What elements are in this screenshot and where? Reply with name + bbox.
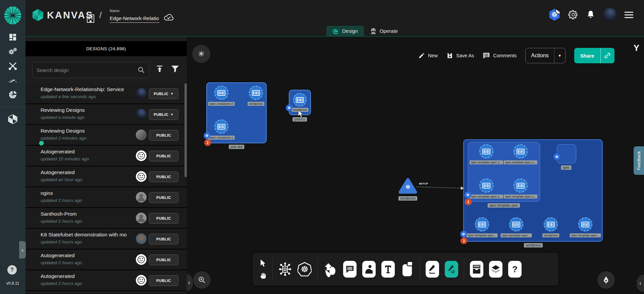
visibility-badge[interactable]: PUBLIC bbox=[149, 254, 178, 265]
kubernetes-components-tool[interactable]: ☸ bbox=[298, 262, 312, 277]
design-item-name: Autogenerated bbox=[41, 252, 135, 259]
user-avatar[interactable] bbox=[603, 8, 616, 21]
text-tool[interactable] bbox=[381, 261, 395, 278]
template-k8s-badge[interactable]: ☸ bbox=[465, 192, 471, 198]
container-node-spec-containers-0[interactable] bbox=[214, 86, 228, 100]
hamburger-menu-icon[interactable] bbox=[625, 10, 633, 20]
design-list-item[interactable]: Reviewing Designs updated a minute ago P… bbox=[25, 104, 187, 125]
settings-gear-icon[interactable] bbox=[568, 10, 578, 20]
spec-box[interactable] bbox=[557, 144, 576, 163]
save-as-button[interactable]: Save As bbox=[446, 52, 474, 59]
design-canvas[interactable]: ✳ New Save As Comments Actions ▼ Share bbox=[187, 37, 644, 294]
visibility-badge[interactable]: PUBLIC bbox=[149, 213, 178, 224]
design-list-item[interactable]: nginx updated 2 hours ago PUBLIC bbox=[25, 187, 187, 208]
design-name-label: Name bbox=[110, 9, 119, 13]
design-list-item-partial[interactable] bbox=[25, 291, 187, 294]
design-owner-avatar bbox=[136, 109, 147, 120]
visibility-badge[interactable]: PUBLIC bbox=[149, 234, 178, 244]
organization-icon[interactable] bbox=[86, 13, 95, 23]
visibility-badge[interactable]: PUBLIC bbox=[149, 275, 178, 286]
sidebar-extensions-icon[interactable] bbox=[6, 91, 19, 98]
sidebar-dashboard-icon[interactable] bbox=[6, 33, 19, 41]
pod-rcc-k8s-badge[interactable]: ☸ bbox=[286, 104, 292, 111]
design-list-item[interactable]: Edge-Network-Relationship: Service updat… bbox=[25, 83, 187, 104]
deployment-pod-node-2[interactable] bbox=[509, 217, 523, 231]
note-tool[interactable] bbox=[400, 261, 414, 278]
deployment-pod-node-4[interactable] bbox=[578, 217, 592, 231]
visibility-badge[interactable]: PUBLIC bbox=[149, 151, 178, 161]
kubernetes-context-icon[interactable]: ☸ 1 bbox=[549, 9, 560, 21]
design-list-item[interactable]: Autogenerated updated 2 hours ago PUBLIC bbox=[25, 270, 187, 291]
template-container-node-2[interactable] bbox=[514, 144, 528, 158]
sidebar-performance-icon[interactable] bbox=[6, 77, 19, 84]
design-list-item[interactable]: K8 Statefulset demonstration with mo upd… bbox=[25, 229, 187, 249]
visibility-badge[interactable]: PUBLIC bbox=[149, 192, 178, 203]
design-list-item[interactable]: Autogenerated updated an hour ago PUBLIC bbox=[25, 166, 187, 187]
sidebar-lifecycle-gears-icon[interactable] bbox=[6, 48, 19, 55]
sidebar-configuration-tools-icon[interactable] bbox=[6, 62, 19, 70]
sidebar-kanvas-hexagon-icon[interactable] bbox=[6, 116, 19, 123]
shortcuts-y-icon[interactable]: Y bbox=[634, 43, 639, 53]
actions-button[interactable]: Actions bbox=[526, 48, 554, 63]
template-spec-container[interactable] bbox=[468, 142, 540, 202]
comment-tool[interactable] bbox=[343, 261, 357, 278]
tab-design[interactable]: Design bbox=[326, 26, 364, 36]
spec-k8s-badge[interactable]: ☸ bbox=[553, 153, 560, 160]
search-icon[interactable] bbox=[138, 66, 149, 74]
help-button[interactable]: ? bbox=[7, 265, 17, 275]
visibility-badge[interactable]: PUBLIC bbox=[149, 171, 178, 182]
feedback-tab[interactable]: Feedback bbox=[634, 146, 644, 175]
visibility-badge[interactable]: PUBLIC▼ bbox=[149, 109, 178, 120]
layers-tool[interactable] bbox=[489, 261, 502, 278]
pan-hand-tool[interactable] bbox=[259, 272, 267, 279]
copy-link-button[interactable] bbox=[600, 48, 614, 63]
brand[interactable]: KANVAS bbox=[32, 9, 93, 21]
deployment-k8s-badge[interactable]: ☸ bbox=[460, 231, 467, 237]
doodle-tool-active[interactable] bbox=[445, 261, 458, 278]
template-container-node-4[interactable] bbox=[514, 178, 528, 193]
pen-tool[interactable] bbox=[426, 261, 439, 278]
drawer-tool[interactable] bbox=[470, 261, 483, 278]
design-list-item[interactable]: Santhosh-Prom updated 2 hours ago PUBLIC bbox=[25, 208, 187, 229]
deployment-pod-node-1[interactable] bbox=[475, 217, 489, 231]
container-node-wordpress-rcc[interactable] bbox=[293, 93, 307, 106]
share-button[interactable]: Share bbox=[574, 48, 600, 63]
deployment-error-badge[interactable]: 3 bbox=[461, 237, 467, 244]
template-container-node-1[interactable] bbox=[479, 144, 493, 158]
pod-skd-k8s-badge[interactable]: ☸ bbox=[204, 132, 210, 139]
node-label: spec.template.spec.s... bbox=[470, 195, 503, 199]
sign-pen-button[interactable] bbox=[597, 271, 615, 289]
design-search-input[interactable] bbox=[33, 67, 138, 73]
deployment-pod-node-3[interactable] bbox=[544, 217, 558, 231]
new-design-button[interactable]: New bbox=[418, 52, 438, 59]
template-container-node-3[interactable] bbox=[479, 178, 493, 193]
help-tool[interactable]: ? bbox=[508, 261, 522, 278]
comments-button[interactable]: Comments bbox=[483, 52, 517, 59]
meshery-logo[interactable] bbox=[4, 6, 22, 25]
snowflake-button[interactable]: ✳ bbox=[192, 45, 210, 63]
import-design-icon[interactable] bbox=[156, 65, 164, 73]
container-node-spec-containers-1[interactable] bbox=[214, 120, 228, 134]
media-tool[interactable] bbox=[362, 261, 376, 278]
collapse-right-chevron[interactable]: ‹ bbox=[637, 275, 644, 292]
visibility-badge[interactable]: PUBLIC bbox=[149, 130, 178, 141]
shapes-tool[interactable] bbox=[323, 261, 337, 278]
service-triangle-node[interactable]: ☸ bbox=[398, 177, 418, 196]
design-name-input[interactable] bbox=[110, 15, 159, 23]
container-node-wordpress[interactable] bbox=[249, 86, 263, 100]
design-list-item[interactable]: Reviewing Designs updated 2 minutes ago … bbox=[25, 125, 187, 146]
notifications-bell-icon[interactable] bbox=[586, 10, 595, 19]
actions-dropdown-caret[interactable]: ▼ bbox=[554, 48, 565, 63]
select-tool[interactable] bbox=[260, 259, 266, 267]
node-shape-tool[interactable] bbox=[278, 263, 292, 276]
pod-skd-error-badge[interactable]: 2 bbox=[204, 139, 211, 146]
visibility-badge[interactable]: PUBLIC▼ bbox=[149, 88, 178, 99]
tab-operate[interactable]: Operate bbox=[364, 26, 404, 36]
panel-scrollbar[interactable] bbox=[184, 83, 187, 177]
template-error-badge[interactable]: 3 bbox=[465, 199, 472, 205]
design-list-item[interactable]: Autogenerated updated 10 minutes ago PUB… bbox=[25, 146, 187, 166]
design-list-item[interactable]: Autogenerated updated 2 hours ago PUBLIC bbox=[25, 249, 187, 270]
filter-icon[interactable] bbox=[171, 65, 179, 73]
zoom-button[interactable] bbox=[193, 271, 211, 289]
sidebar-expand-chevron[interactable]: › bbox=[19, 241, 26, 259]
